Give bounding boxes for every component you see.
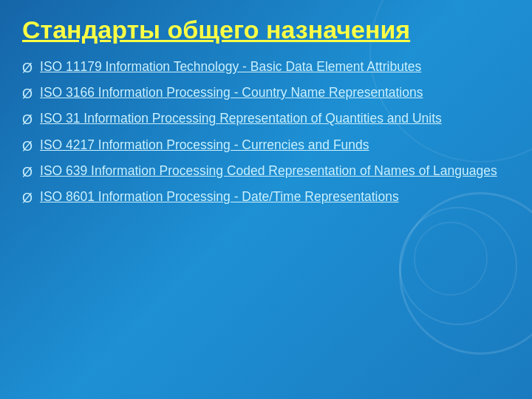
bullet-symbol-5: Ø (22, 163, 33, 181)
item-text-3: ISO 31 Information Processing Representa… (40, 110, 510, 128)
list-item: Ø ISO 3166 Information Processing - Coun… (22, 84, 510, 103)
slide-title: Стандарты общего назначения (22, 15, 510, 45)
item-text-5: ISO 639 Information Processing Coded Rep… (40, 163, 510, 180)
list-item: Ø ISO 31 Information Processing Represen… (22, 110, 510, 129)
list-item: Ø ISO 639 Information Processing Coded R… (22, 163, 510, 181)
bullet-symbol-3: Ø (22, 111, 33, 129)
bullet-symbol-1: Ø (22, 59, 33, 77)
bullet-symbol-2: Ø (22, 85, 33, 103)
bullet-symbol-6: Ø (22, 189, 33, 207)
item-text-6: ISO 8601 Information Processing - Date/T… (40, 188, 510, 206)
list-item: Ø ISO 11179 Information Technology - Bas… (22, 58, 510, 77)
list-item: Ø ISO 4217 Information Processing - Curr… (22, 137, 510, 155)
item-text-2: ISO 3166 Information Processing - Countr… (40, 84, 510, 102)
list-item: Ø ISO 8601 Information Processing - Date… (22, 188, 510, 207)
slide-container: Стандарты общего назначения Ø ISO 11179 … (0, 0, 532, 399)
item-text-1: ISO 11179 Information Technology - Basic… (40, 58, 510, 76)
bullet-list: Ø ISO 11179 Information Technology - Bas… (22, 58, 510, 208)
item-text-4: ISO 4217 Information Processing - Curren… (40, 137, 510, 154)
bullet-symbol-4: Ø (22, 137, 33, 155)
